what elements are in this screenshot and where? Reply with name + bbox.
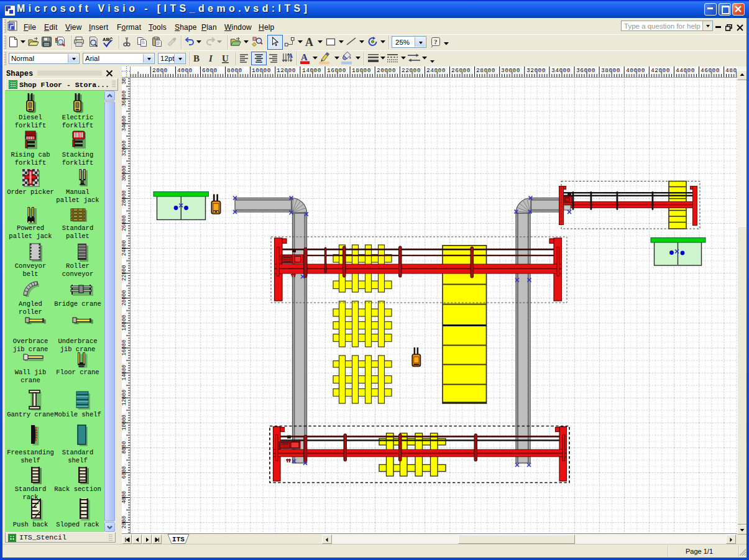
svg-text:4000: 4000 bbox=[177, 67, 193, 74]
svg-text:8000: 8000 bbox=[227, 67, 242, 74]
svg-text:20000: 20000 bbox=[377, 67, 396, 74]
svg-text:26000: 26000 bbox=[451, 67, 471, 74]
svg-text:A: A bbox=[301, 52, 308, 62]
svg-text:36000: 36000 bbox=[122, 91, 127, 107]
svg-text:20000: 20000 bbox=[122, 290, 127, 306]
svg-text:32000: 32000 bbox=[526, 67, 546, 74]
svg-text:30000: 30000 bbox=[122, 165, 127, 181]
svg-text:A: A bbox=[305, 36, 313, 48]
svg-text:14000: 14000 bbox=[302, 67, 321, 74]
svg-text:28000: 28000 bbox=[122, 190, 127, 206]
svg-text:I: I bbox=[208, 53, 213, 63]
svg-text:4000: 4000 bbox=[122, 491, 127, 503]
svg-text:36000: 36000 bbox=[576, 67, 595, 74]
svg-text:22000: 22000 bbox=[402, 67, 421, 74]
svg-text:32000: 32000 bbox=[122, 140, 127, 157]
svg-text:2000: 2000 bbox=[152, 67, 168, 74]
svg-text:6000: 6000 bbox=[202, 67, 218, 74]
svg-text:12000: 12000 bbox=[277, 67, 296, 74]
svg-text:24000: 24000 bbox=[122, 240, 127, 256]
svg-text:ITS: ITS bbox=[172, 536, 185, 543]
svg-text:16000: 16000 bbox=[122, 340, 127, 356]
svg-text:26000: 26000 bbox=[122, 215, 127, 231]
svg-text:44000: 44000 bbox=[676, 67, 695, 74]
svg-text:8000: 8000 bbox=[122, 441, 127, 454]
svg-text:30000: 30000 bbox=[501, 67, 520, 74]
svg-text:14000: 14000 bbox=[122, 365, 127, 381]
svg-text:28000: 28000 bbox=[476, 67, 495, 74]
svg-text:4800: 4800 bbox=[725, 67, 737, 74]
svg-text:42000: 42000 bbox=[651, 67, 670, 74]
svg-text:B: B bbox=[193, 53, 200, 63]
svg-text:6000: 6000 bbox=[122, 466, 127, 479]
svg-text:22000: 22000 bbox=[122, 265, 127, 281]
svg-text:U: U bbox=[222, 53, 229, 63]
svg-text:10000: 10000 bbox=[122, 415, 127, 431]
svg-text:10000: 10000 bbox=[252, 67, 271, 74]
svg-text:18000: 18000 bbox=[352, 67, 371, 74]
svg-text:38000: 38000 bbox=[122, 78, 127, 85]
svg-text:34000: 34000 bbox=[551, 67, 571, 74]
svg-text:A: A bbox=[288, 52, 293, 59]
svg-text:2000: 2000 bbox=[122, 516, 127, 528]
svg-text:24000: 24000 bbox=[426, 67, 446, 74]
svg-text:34000: 34000 bbox=[122, 116, 127, 132]
svg-text:16000: 16000 bbox=[327, 67, 346, 74]
svg-text:40000: 40000 bbox=[626, 67, 645, 74]
svg-text:46000: 46000 bbox=[701, 67, 720, 74]
svg-text:12000: 12000 bbox=[122, 390, 127, 406]
svg-text:38000: 38000 bbox=[601, 67, 620, 74]
svg-text:?: ? bbox=[434, 38, 438, 45]
svg-text:18000: 18000 bbox=[122, 315, 127, 331]
